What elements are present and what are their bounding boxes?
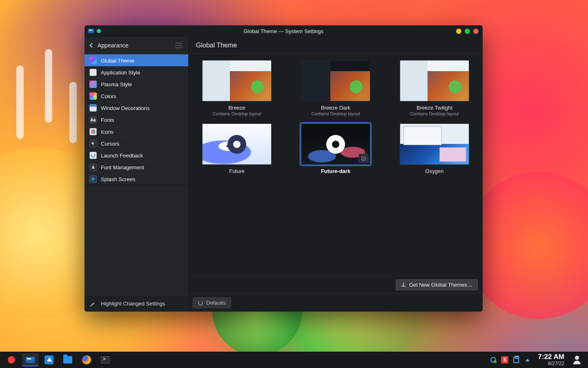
theme-thumbnail xyxy=(301,123,370,165)
taskbar-screen-recorder[interactable] xyxy=(3,353,20,366)
record-icon xyxy=(8,356,15,364)
application-style-icon xyxy=(89,69,97,76)
taskbar-firefox[interactable] xyxy=(78,353,95,366)
maximize-button[interactable] xyxy=(465,29,470,34)
wallpaper-decoration xyxy=(45,49,52,123)
sidebar-item-plasma-style[interactable]: Plasma Style xyxy=(85,78,188,90)
theme-card-future[interactable]: Future xyxy=(198,123,276,174)
tray-input-method[interactable]: S xyxy=(501,356,508,364)
global-theme-icon xyxy=(89,57,97,64)
theme-grid-container: Breeze Contains Desktop layout Breeze Da… xyxy=(189,54,483,276)
breadcrumb[interactable]: Appearance xyxy=(85,37,188,54)
fonts-icon: Aa xyxy=(89,116,97,123)
sidebar-item-application-style[interactable]: Application Style xyxy=(85,66,188,78)
sidebar: Appearance Global Theme Application Styl… xyxy=(85,37,189,312)
font-management-icon: A xyxy=(89,164,97,171)
taskbar: S 7:22 AM 8/27/22 xyxy=(0,352,588,368)
sidebar-item-label: Application Style xyxy=(101,70,140,76)
splash-screen-icon xyxy=(89,175,97,183)
theme-thumbnail xyxy=(400,123,469,165)
window-decorations-icon xyxy=(89,104,97,112)
sidebar-nav: Global Theme Application Style Plasma St… xyxy=(85,54,188,185)
minimize-button[interactable] xyxy=(456,29,461,34)
download-icon xyxy=(401,283,406,287)
desktop-wallpaper: Global Theme — System Settings Appearanc… xyxy=(0,0,588,368)
taskbar-konsole[interactable] xyxy=(97,353,114,366)
updates-icon xyxy=(490,357,496,363)
theme-label: Future xyxy=(229,168,245,174)
sidebar-item-launch-feedback[interactable]: Launch Feedback xyxy=(85,149,188,161)
theme-label: Oxygen xyxy=(425,168,444,174)
discover-icon xyxy=(45,355,53,364)
theme-grid: Breeze Contains Desktop layout Breeze Da… xyxy=(197,60,474,174)
tray-updates[interactable] xyxy=(490,356,497,364)
theme-thumbnail xyxy=(202,123,272,165)
taskbar-user-session[interactable] xyxy=(572,355,581,364)
get-new-themes-button[interactable]: Get New Global Themes… xyxy=(396,279,478,290)
hamburger-icon[interactable] xyxy=(175,43,183,48)
sidebar-item-label: Window Decorations xyxy=(101,105,149,111)
sidebar-item-cursors[interactable]: Cursors xyxy=(85,137,188,149)
file-manager-icon xyxy=(63,356,72,364)
theme-label: Breeze Twilight xyxy=(416,105,452,111)
theme-thumbnail xyxy=(202,60,272,101)
tray-clipboard[interactable] xyxy=(512,356,520,364)
sidebar-item-fonts[interactable]: AaFonts xyxy=(85,114,188,126)
sidebar-item-label: Launch Feedback xyxy=(101,153,143,159)
theme-thumbnail xyxy=(400,60,469,101)
app-icon xyxy=(88,29,94,34)
clock-date: 8/27/22 xyxy=(538,361,564,366)
close-button[interactable] xyxy=(473,29,479,34)
sidebar-item-splash-screen[interactable]: Splash Screen xyxy=(85,173,188,185)
chevron-up-icon xyxy=(526,359,530,361)
wallpaper-decoration xyxy=(16,65,24,139)
theme-card-oxygen[interactable]: Oxygen xyxy=(396,123,473,174)
colors-icon xyxy=(89,92,97,100)
theme-card-future-dark[interactable]: Future-dark xyxy=(297,123,374,174)
clock-time: 7:22 AM xyxy=(538,353,564,361)
page-title: Global Theme xyxy=(189,37,483,54)
sogou-icon: S xyxy=(501,356,508,364)
get-new-themes-label: Get New Global Themes… xyxy=(409,282,472,288)
theme-thumbnail xyxy=(301,60,370,101)
breadcrumb-label: Appearance xyxy=(98,42,129,49)
taskbar-clock[interactable]: 7:22 AM 8/27/22 xyxy=(538,353,564,366)
sidebar-item-label: Global Theme xyxy=(101,58,134,64)
sidebar-item-label: Plasma Style xyxy=(101,81,132,88)
sidebar-item-colors[interactable]: Colors xyxy=(85,90,188,102)
sidebar-item-label: Splash Screen xyxy=(101,176,136,182)
theme-card-breeze-dark[interactable]: Breeze Dark Contains Desktop layout xyxy=(297,60,374,116)
keep-above-toggle[interactable] xyxy=(97,29,101,33)
sidebar-item-window-decorations[interactable]: Window Decorations xyxy=(85,102,188,114)
sidebar-item-font-management[interactable]: AFont Management xyxy=(85,161,188,173)
theme-card-breeze[interactable]: Breeze Contains Desktop layout xyxy=(198,60,276,116)
sidebar-item-global-theme[interactable]: Global Theme xyxy=(85,54,188,66)
launch-feedback-icon xyxy=(89,152,97,159)
theme-label: Breeze xyxy=(228,105,245,111)
window-title: Global Theme — System Settings xyxy=(85,28,483,34)
back-icon[interactable] xyxy=(89,43,94,47)
pencil-icon xyxy=(90,301,97,307)
theme-label: Future-dark xyxy=(321,168,350,174)
sidebar-item-icons[interactable]: Icons xyxy=(85,126,188,137)
wallpaper-decoration xyxy=(466,172,588,319)
sidebar-item-label: Icons xyxy=(101,129,114,135)
highlight-changed-label: Highlight Changed Settings xyxy=(101,301,165,307)
clipboard-icon xyxy=(513,357,519,363)
defaults-button[interactable]: Defaults xyxy=(193,297,231,308)
taskbar-system-settings[interactable] xyxy=(22,353,38,366)
sidebar-item-label: Fonts xyxy=(101,117,114,123)
tray-expand[interactable] xyxy=(524,356,531,364)
wallpaper-decoration xyxy=(69,82,77,143)
theme-label: Breeze Dark xyxy=(321,105,350,111)
firefox-icon xyxy=(82,355,91,364)
taskbar-dolphin[interactable] xyxy=(60,353,76,366)
highlight-changed-settings[interactable]: Highlight Changed Settings xyxy=(85,295,188,312)
theme-configure-button[interactable] xyxy=(359,154,368,163)
system-tray: S 7:22 AM 8/27/22 xyxy=(490,353,585,366)
theme-card-breeze-twilight[interactable]: Breeze Twilight Contains Desktop layout xyxy=(396,60,473,116)
plasma-style-icon xyxy=(89,81,97,88)
taskbar-discover[interactable] xyxy=(41,353,57,366)
footer-row: Defaults xyxy=(189,294,483,312)
titlebar[interactable]: Global Theme — System Settings xyxy=(85,25,483,37)
